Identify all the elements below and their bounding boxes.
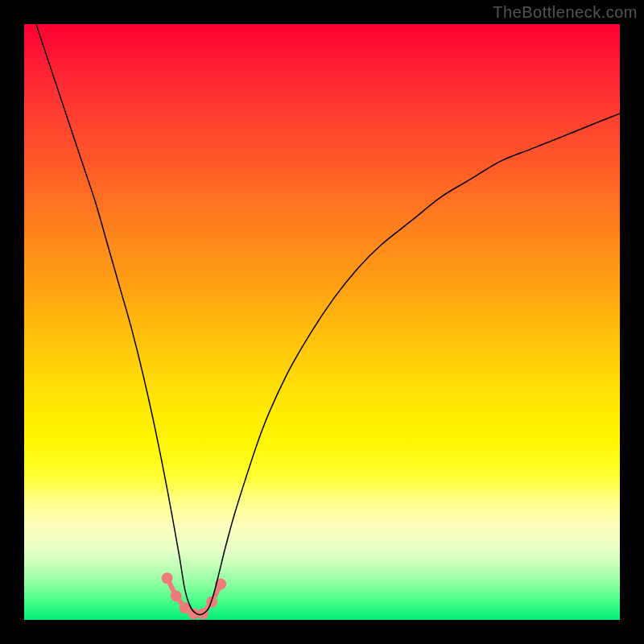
- bottleneck-curve: [36, 24, 620, 615]
- chart-frame: TheBottleneck.com: [0, 0, 644, 644]
- marker-dot: [162, 572, 173, 584]
- plot-area: [24, 24, 620, 620]
- marker-dot: [171, 590, 182, 601]
- chart-svg: [24, 24, 620, 620]
- attribution-label: TheBottleneck.com: [493, 3, 638, 22]
